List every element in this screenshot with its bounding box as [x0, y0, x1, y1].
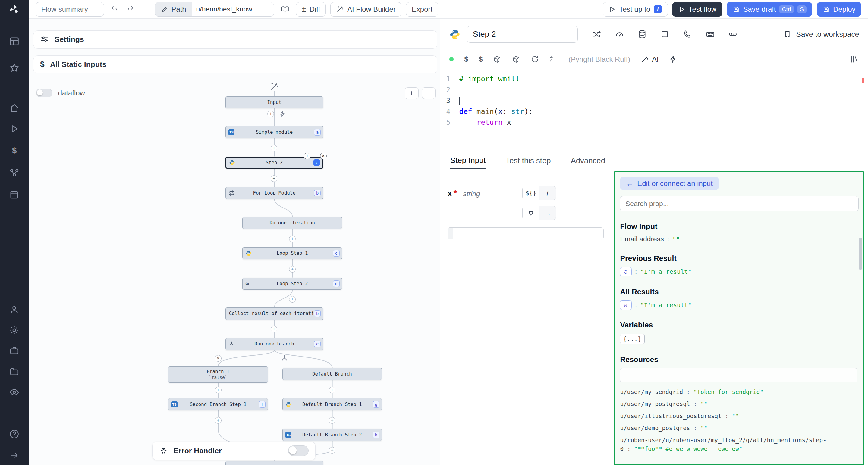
resource-row[interactable]: u/user/demo_postgres : "" [620, 424, 858, 433]
undo-button[interactable] [108, 2, 121, 16]
ai-button[interactable]: AI [641, 55, 658, 64]
resource-type-select[interactable]: - [620, 368, 858, 383]
remove-step-icon[interactable]: × [320, 153, 327, 159]
edit-or-connect-button[interactable]: ← Edit or connect an input [620, 177, 719, 190]
step-name-input[interactable] [467, 26, 578, 43]
bolt-icon[interactable] [279, 110, 286, 117]
insert-step-icon[interactable]: + [215, 387, 221, 393]
assets-dollar-icon[interactable]: $ [464, 55, 468, 64]
flow-node-collect-result[interactable]: Collect result of each iteration b [225, 307, 323, 320]
runs-play-icon[interactable] [9, 124, 20, 135]
audit-eye-icon[interactable] [9, 387, 20, 398]
path-input[interactable] [192, 2, 274, 16]
ai-flow-builder-button[interactable]: AI Flow Builder [330, 2, 401, 16]
package-icon[interactable] [493, 55, 501, 64]
insert-step-icon[interactable]: + [271, 326, 277, 332]
insert-step-icon[interactable]: + [289, 296, 296, 303]
diff-button[interactable]: ± Diff [296, 2, 326, 16]
result-key-badge[interactable]: a [620, 267, 632, 276]
refresh-icon[interactable] [531, 55, 539, 64]
keyboard-icon[interactable] [706, 30, 715, 39]
flow-node-default-branch-step-2[interactable]: TS Default Branch Step 2 h [282, 429, 382, 441]
arg-x-input[interactable] [453, 228, 603, 239]
mock-voicemail-icon[interactable] [728, 30, 738, 39]
insert-step-icon[interactable]: + [329, 447, 336, 454]
save-to-workspace-button[interactable]: Save to workspace [783, 30, 859, 38]
flow-node-default-branch[interactable]: Default Branch [282, 368, 382, 380]
result-key-badge[interactable]: a [620, 300, 632, 309]
library-icon[interactable] [850, 55, 859, 64]
favorites-star-icon[interactable] [9, 63, 20, 74]
test-flow-button[interactable]: Test flow [672, 2, 722, 16]
redo-button[interactable] [124, 2, 136, 16]
flow-node-do-one-iteration[interactable]: Do one iteration [242, 217, 342, 229]
insert-step-icon[interactable]: + [215, 417, 221, 424]
flow-node-run-one-branch[interactable]: Run one branch e [225, 338, 323, 350]
flow-node-result[interactable] [225, 461, 323, 465]
variables-dollar-icon[interactable]: $ [9, 145, 20, 156]
deploy-button[interactable]: Deploy [817, 2, 861, 16]
refresh-icon[interactable] [550, 55, 558, 64]
tab-step-input[interactable]: Step Input [450, 153, 486, 169]
flow-node-simple-module[interactable]: TS Simple module a [225, 126, 323, 138]
flow-node-default-branch-step-1[interactable]: Default Branch Step 1 g [282, 398, 382, 410]
scrollbar-thumb[interactable] [859, 238, 862, 270]
flow-node-second-branch-step-1[interactable]: TS Second Branch Step 1 f [168, 398, 268, 410]
prop-row[interactable]: Email address : "" [620, 235, 858, 243]
flow-summary-button[interactable]: Flow summary [36, 2, 104, 16]
settings-gear-icon[interactable] [9, 325, 20, 336]
drag-handle[interactable] [448, 228, 453, 239]
flow-node-loop-step-2[interactable]: ∞ Loop Step 2 d [242, 278, 342, 290]
resource-row[interactable]: u/user/my_sendgrid : "Token for sendgrid… [620, 388, 858, 397]
stop-square-icon[interactable] [660, 30, 670, 39]
prop-row[interactable]: a : "I'm a result" [620, 300, 858, 309]
variables-badge[interactable]: {...} [620, 334, 644, 344]
fx-mode-button[interactable]: ƒ [539, 186, 556, 200]
prop-search-input[interactable] [620, 196, 859, 211]
arrow-right-icon[interactable]: → [539, 206, 556, 220]
cache-database-icon[interactable] [638, 30, 647, 39]
home-icon[interactable] [9, 102, 20, 113]
help-icon[interactable] [9, 429, 20, 440]
resource-row[interactable]: u/user/my_postgresql : "" [620, 400, 858, 409]
gauge-icon[interactable] [615, 30, 624, 39]
windmill-logo-icon[interactable] [9, 4, 20, 15]
assets-dollar-icon[interactable]: $ [478, 55, 483, 64]
folders-icon[interactable] [9, 366, 20, 377]
tab-test-this-step[interactable]: Test this step [506, 153, 551, 169]
code-editor[interactable]: 1# import wmill 2 3 4def main(x: str): 5… [440, 71, 868, 152]
template-mode-button[interactable]: ${} [523, 186, 539, 200]
flow-canvas[interactable]: Input + TS Simple module a + Step 2 i + … [29, 19, 440, 465]
flow-node-loop-step-1[interactable]: Loop Step 1 c [242, 247, 342, 259]
error-handler-toggle[interactable] [288, 445, 309, 456]
sparkles-icon[interactable] [270, 82, 279, 91]
expand-arrow-icon[interactable] [9, 450, 20, 461]
flows-graph-icon[interactable] [9, 167, 20, 178]
flow-node-input[interactable]: Input [225, 96, 323, 108]
prop-row[interactable]: a : "I'm a result" [620, 267, 858, 276]
package-icon[interactable] [512, 55, 521, 64]
shuffle-icon[interactable] [592, 30, 601, 39]
schedules-calendar-icon[interactable] [9, 189, 20, 200]
flow-node-for-loop[interactable]: For Loop Module b [225, 187, 323, 199]
test-up-to-button[interactable]: Test up to i [603, 2, 668, 16]
resource-row[interactable]: u/user/illustrious_postgresql : "" [620, 412, 858, 421]
workers-briefcase-icon[interactable] [9, 345, 20, 356]
variables-title: Variables [620, 321, 858, 329]
remove-branch-icon[interactable]: × [215, 355, 221, 362]
book-button[interactable] [278, 2, 291, 16]
bolt-icon[interactable] [669, 56, 677, 63]
insert-step-icon[interactable]: + [329, 387, 336, 393]
export-button[interactable]: Export [406, 2, 438, 16]
tab-advanced[interactable]: Advanced [571, 153, 605, 169]
path-edit-button[interactable]: Path [155, 2, 192, 16]
apps-table-icon[interactable] [9, 36, 20, 47]
save-draft-button[interactable]: Save draft Ctrl S [727, 2, 812, 16]
resource-row[interactable]: u/ruben-user/u/ruben-user/my_flow_2/g/al… [620, 436, 858, 454]
flow-node-branch-1[interactable]: Branch 1 `false` [168, 366, 268, 383]
phone-icon[interactable] [683, 30, 692, 39]
plug-icon[interactable] [523, 206, 539, 220]
user-icon[interactable] [9, 304, 20, 315]
add-branch-icon[interactable] [281, 355, 288, 362]
insert-step-icon[interactable]: + [329, 417, 336, 424]
